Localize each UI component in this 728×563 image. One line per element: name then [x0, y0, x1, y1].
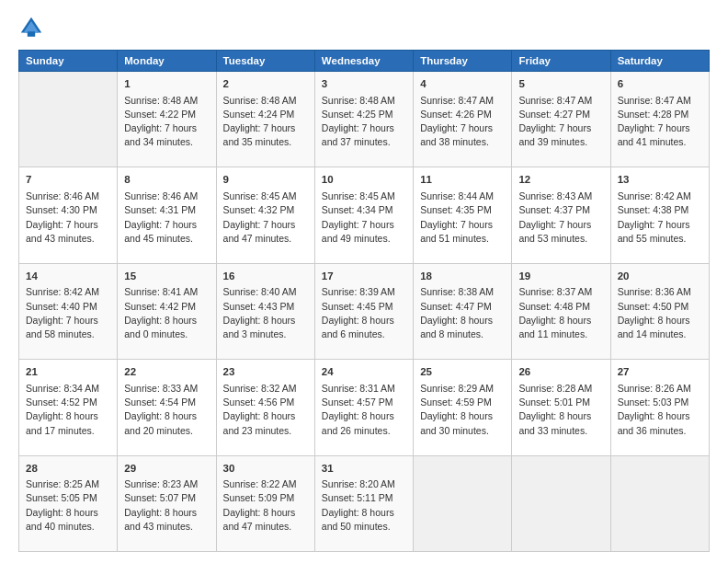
week-row-3: 14Sunrise: 8:42 AMSunset: 4:40 PMDayligh… — [19, 263, 710, 359]
day-info-line: Daylight: 8 hours — [223, 506, 308, 520]
calendar-cell: 4Sunrise: 8:47 AMSunset: 4:26 PMDaylight… — [414, 72, 512, 167]
day-number: 8 — [124, 172, 209, 188]
day-info-line: Daylight: 8 hours — [420, 314, 505, 327]
day-info-line: Sunset: 4:52 PM — [26, 396, 110, 409]
page: SundayMondayTuesdayWednesdayThursdayFrid… — [0, 0, 728, 563]
week-row-1: 1Sunrise: 8:48 AMSunset: 4:22 PMDaylight… — [19, 72, 710, 167]
calendar-cell: 22Sunrise: 8:33 AMSunset: 4:54 PMDayligh… — [118, 360, 216, 455]
day-info-line: Sunrise: 8:45 AM — [223, 190, 308, 203]
day-info-line: and 37 minutes. — [322, 135, 406, 149]
day-info-line: Sunset: 5:03 PM — [618, 396, 702, 409]
day-info-line: Sunset: 4:26 PM — [420, 108, 505, 121]
day-number: 22 — [124, 364, 209, 380]
day-info-line: and 55 minutes. — [618, 232, 702, 246]
day-number: 5 — [518, 76, 603, 92]
day-info-line: Daylight: 7 hours — [618, 218, 702, 232]
day-number: 13 — [618, 172, 702, 188]
calendar-cell: 16Sunrise: 8:40 AMSunset: 4:43 PMDayligh… — [216, 263, 314, 359]
day-info-line: Daylight: 8 hours — [124, 314, 209, 327]
day-number: 28 — [26, 461, 110, 477]
day-info-line: Sunrise: 8:28 AM — [518, 382, 603, 396]
day-info-line: Daylight: 7 hours — [124, 121, 209, 135]
day-info-line: and 33 minutes. — [518, 424, 603, 438]
header — [18, 15, 710, 40]
day-header-sunday: Sunday — [19, 51, 118, 72]
day-info-line: Sunrise: 8:39 AM — [322, 285, 406, 299]
day-info-line: and 38 minutes. — [420, 135, 505, 149]
day-number: 11 — [420, 172, 505, 188]
day-number: 24 — [322, 364, 406, 380]
day-info-line: Sunrise: 8:42 AM — [26, 285, 110, 299]
day-info-line: Daylight: 7 hours — [322, 218, 406, 232]
day-number: 29 — [124, 461, 209, 477]
day-info-line: and 35 minutes. — [223, 135, 308, 149]
calendar-cell: 5Sunrise: 8:47 AMSunset: 4:27 PMDaylight… — [512, 72, 610, 167]
calendar-cell: 9Sunrise: 8:45 AMSunset: 4:32 PMDaylight… — [216, 167, 314, 263]
day-info-line: Sunset: 5:07 PM — [124, 491, 209, 505]
day-info-line: Sunrise: 8:43 AM — [518, 190, 603, 203]
day-info-line: Sunset: 4:24 PM — [223, 108, 308, 121]
day-info-line: Sunrise: 8:42 AM — [618, 190, 702, 203]
day-header-friday: Friday — [512, 51, 610, 72]
day-number: 14 — [26, 269, 110, 284]
day-info-line: and 17 minutes. — [26, 424, 110, 438]
calendar-cell: 6Sunrise: 8:47 AMSunset: 4:28 PMDaylight… — [610, 72, 709, 167]
day-info-line: Sunset: 5:05 PM — [26, 491, 110, 505]
day-info-line: Daylight: 7 hours — [322, 121, 406, 135]
day-info-line: Daylight: 7 hours — [420, 218, 505, 232]
day-number: 23 — [223, 364, 308, 380]
day-info-line: Daylight: 8 hours — [322, 506, 406, 520]
day-info-line: Sunrise: 8:46 AM — [26, 190, 110, 203]
day-info-line: Daylight: 8 hours — [223, 314, 308, 327]
day-info-line: Sunset: 4:47 PM — [420, 300, 505, 314]
day-info-line: Sunset: 4:28 PM — [618, 108, 702, 121]
day-info-line: and 0 minutes. — [124, 327, 209, 341]
calendar-cell: 12Sunrise: 8:43 AMSunset: 4:37 PMDayligh… — [512, 167, 610, 263]
day-number: 3 — [322, 76, 406, 92]
day-info-line: Daylight: 8 hours — [223, 409, 308, 423]
day-info-line: and 11 minutes. — [518, 327, 603, 341]
day-info-line: Sunrise: 8:40 AM — [223, 285, 308, 299]
day-number: 31 — [322, 461, 406, 477]
day-info-line: Daylight: 7 hours — [26, 218, 110, 232]
week-row-2: 7Sunrise: 8:46 AMSunset: 4:30 PMDaylight… — [19, 167, 710, 263]
day-number: 12 — [518, 172, 603, 188]
day-info-line: and 50 minutes. — [322, 520, 406, 534]
calendar-cell — [512, 455, 610, 551]
day-number: 7 — [26, 172, 110, 188]
day-number: 1 — [124, 76, 209, 92]
day-info-line: Sunrise: 8:48 AM — [124, 94, 209, 108]
calendar-cell: 19Sunrise: 8:37 AMSunset: 4:48 PMDayligh… — [512, 263, 610, 359]
day-info-line: Daylight: 7 hours — [124, 218, 209, 232]
day-info-line: Daylight: 7 hours — [618, 121, 702, 135]
day-number: 10 — [322, 172, 406, 188]
day-info-line: Sunset: 4:30 PM — [26, 203, 110, 217]
day-number: 17 — [322, 269, 406, 284]
day-info-line: Sunset: 5:09 PM — [223, 491, 308, 505]
calendar-cell: 21Sunrise: 8:34 AMSunset: 4:52 PMDayligh… — [19, 360, 118, 455]
calendar-cell: 7Sunrise: 8:46 AMSunset: 4:30 PMDaylight… — [19, 167, 118, 263]
day-info-line: Sunrise: 8:47 AM — [420, 94, 505, 108]
logo-icon — [18, 15, 44, 40]
day-header-thursday: Thursday — [414, 51, 512, 72]
calendar-cell — [610, 455, 709, 551]
day-info-line: Sunset: 4:35 PM — [420, 203, 505, 217]
day-info-line: Sunrise: 8:36 AM — [618, 285, 702, 299]
day-info-line: and 45 minutes. — [124, 232, 209, 246]
calendar-cell: 17Sunrise: 8:39 AMSunset: 4:45 PMDayligh… — [314, 263, 413, 359]
day-number: 16 — [223, 269, 308, 284]
day-info-line: Daylight: 8 hours — [518, 314, 603, 327]
day-info-line: and 40 minutes. — [26, 520, 110, 534]
day-info-line: and 34 minutes. — [124, 135, 209, 149]
day-info-line: Sunset: 4:25 PM — [322, 108, 406, 121]
day-info-line: Sunset: 4:34 PM — [322, 203, 406, 217]
day-info-line: Daylight: 8 hours — [322, 314, 406, 327]
day-info-line: Sunrise: 8:20 AM — [322, 477, 406, 491]
logo — [18, 15, 48, 40]
day-info-line: Daylight: 8 hours — [124, 409, 209, 423]
day-number: 20 — [618, 269, 702, 284]
day-info-line: and 30 minutes. — [420, 424, 505, 438]
calendar-cell: 28Sunrise: 8:25 AMSunset: 5:05 PMDayligh… — [19, 455, 118, 551]
calendar-cell: 25Sunrise: 8:29 AMSunset: 4:59 PMDayligh… — [414, 360, 512, 455]
calendar-cell: 26Sunrise: 8:28 AMSunset: 5:01 PMDayligh… — [512, 360, 610, 455]
